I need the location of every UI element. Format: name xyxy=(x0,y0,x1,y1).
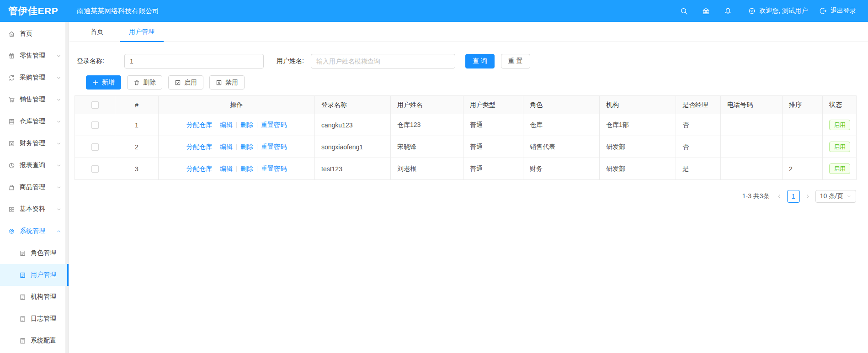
sidebar-item-8[interactable]: 基本资料 xyxy=(0,198,69,220)
row-action-重置密码[interactable]: 重置密码 xyxy=(261,143,287,150)
sidebar-item-label: 财务管理 xyxy=(20,139,45,148)
cell-manager: 否 xyxy=(676,136,721,158)
row-action-删除[interactable]: 删除 xyxy=(240,121,253,128)
sidebar-item-7[interactable]: 商品管理 xyxy=(0,176,69,198)
row-checkbox[interactable] xyxy=(91,143,99,151)
doc-icon xyxy=(19,250,26,257)
bank-icon[interactable] xyxy=(702,7,710,15)
erp-app: 管伊佳ERP 南通某某网络科技有限公司 欢迎您, 测试用户 退出登录 首页零售管… xyxy=(0,0,868,353)
row-checkbox[interactable] xyxy=(91,165,99,173)
bag-icon xyxy=(8,184,15,191)
sidebar-subitem-label: 机构管理 xyxy=(31,293,56,301)
cell-sort: 2 xyxy=(783,158,823,180)
add-button[interactable]: 新增 xyxy=(86,75,121,90)
cell-sort xyxy=(783,136,823,158)
welcome-text: 欢迎您, 测试用户 xyxy=(759,7,808,15)
sidebar-item-2[interactable]: 采购管理 xyxy=(0,67,69,89)
sidebar-subitem-9-0[interactable]: 角色管理 xyxy=(0,242,69,264)
logout-text: 退出登录 xyxy=(831,7,856,15)
bell-icon[interactable] xyxy=(724,7,732,15)
cell-role: 财务 xyxy=(523,158,600,180)
sidebar-item-label: 系统管理 xyxy=(20,227,45,235)
sidebar-subitem-label: 用户管理 xyxy=(31,271,56,279)
sidebar-item-3[interactable]: 销售管理 xyxy=(0,89,69,111)
select-all-checkbox[interactable] xyxy=(91,101,99,109)
sidebar-item-label: 销售管理 xyxy=(20,95,45,104)
row-action-编辑[interactable]: 编辑 xyxy=(220,165,233,172)
enable-button[interactable]: 启用 xyxy=(168,75,203,90)
app-logo: 管伊佳ERP xyxy=(0,5,69,17)
search-icon[interactable] xyxy=(680,7,688,15)
sidebar-item-4[interactable]: 仓库管理 xyxy=(0,111,69,132)
chevron-down-icon xyxy=(56,119,61,124)
column-header-5: 角色 xyxy=(523,96,600,114)
row-action-删除[interactable]: 删除 xyxy=(240,143,253,150)
tab-bar: 首页用户管理 xyxy=(69,22,868,42)
column-header-9: 排序 xyxy=(783,96,823,114)
tab-1[interactable]: 用户管理 xyxy=(120,22,164,42)
row-action-编辑[interactable]: 编辑 xyxy=(220,143,233,150)
cell-actions: 分配仓库编辑删除重置密码 xyxy=(159,136,315,158)
reset-button[interactable]: 重 置 xyxy=(501,54,530,68)
tab-0[interactable]: 首页 xyxy=(81,22,112,42)
company-name: 南通某某网络科技有限公司 xyxy=(77,7,159,16)
cell-login: test123 xyxy=(315,158,391,180)
row-action-重置密码[interactable]: 重置密码 xyxy=(261,165,287,172)
action-separator xyxy=(257,122,257,128)
user-name-input[interactable] xyxy=(311,54,455,68)
doc-icon xyxy=(19,294,26,300)
next-page-button[interactable] xyxy=(804,193,811,200)
toolbar: 新增 删除 启用 禁用 xyxy=(86,75,856,90)
column-header-8: 电话号码 xyxy=(721,96,783,114)
sidebar-subitem-9-4[interactable]: 系统配置 xyxy=(0,330,69,352)
cell-sort xyxy=(783,114,823,136)
cell-status: 启用 xyxy=(823,158,857,180)
row-checkbox[interactable] xyxy=(91,121,99,129)
sidebar-item-6[interactable]: 报表查询 xyxy=(0,154,69,176)
gift-icon xyxy=(8,53,15,59)
row-action-分配仓库[interactable]: 分配仓库 xyxy=(186,143,212,150)
sidebar-subitem-9-2[interactable]: 机构管理 xyxy=(0,286,69,308)
row-action-重置密码[interactable]: 重置密码 xyxy=(261,121,287,128)
chevron-down-icon xyxy=(56,163,61,168)
row-action-删除[interactable]: 删除 xyxy=(240,165,253,172)
sidebar-item-5[interactable]: 财务管理 xyxy=(0,132,69,154)
sidebar-item-1[interactable]: 零售管理 xyxy=(0,45,69,67)
action-separator xyxy=(216,144,216,150)
disable-button[interactable]: 禁用 xyxy=(209,75,245,90)
sync-icon xyxy=(8,74,15,81)
user-menu[interactable]: 欢迎您, 测试用户 xyxy=(748,7,808,15)
logout-button[interactable]: 退出登录 xyxy=(820,7,856,15)
status-badge[interactable]: 启用 xyxy=(829,142,850,152)
sidebar-subitem-label: 系统配置 xyxy=(31,337,56,345)
login-name-input[interactable] xyxy=(124,54,264,68)
sidebar-item-0[interactable]: 首页 xyxy=(0,23,69,45)
cell-type: 普通 xyxy=(463,158,523,180)
sidebar-subitem-label: 角色管理 xyxy=(31,249,56,257)
delete-button[interactable]: 删除 xyxy=(127,75,162,90)
sidebar-subitem-9-3[interactable]: 日志管理 xyxy=(0,308,69,330)
cell-index: 3 xyxy=(115,158,159,180)
row-action-分配仓库[interactable]: 分配仓库 xyxy=(186,165,212,172)
chevron-down-icon xyxy=(56,185,61,190)
chevron-down-icon xyxy=(56,53,61,58)
status-badge[interactable]: 启用 xyxy=(829,120,850,130)
sidebar-subitem-9-1[interactable]: 用户管理 xyxy=(0,264,69,286)
row-action-分配仓库[interactable]: 分配仓库 xyxy=(186,121,212,128)
sidebar-item-9[interactable]: 系统管理 xyxy=(0,220,69,242)
page-size-select[interactable]: 10 条/页 xyxy=(815,190,856,203)
column-header-3: 用户姓名 xyxy=(391,96,463,114)
row-checkbox-cell xyxy=(75,114,115,136)
page-button-1[interactable]: 1 xyxy=(787,190,800,203)
user-table: #操作登录名称用户姓名用户类型角色机构是否经理电话号码排序状态 1分配仓库编辑删… xyxy=(75,95,857,180)
sidebar-subitem-label: 日志管理 xyxy=(31,315,56,323)
row-checkbox-cell xyxy=(75,136,115,158)
tab-label: 首页 xyxy=(91,28,103,36)
content: 登录名称: 用户姓名: 查 询 重 置 新增 删除 启用 xyxy=(69,42,868,203)
search-button[interactable]: 查 询 xyxy=(465,54,495,68)
prev-page-button[interactable] xyxy=(776,193,783,200)
cell-role: 销售代表 xyxy=(523,136,600,158)
row-action-编辑[interactable]: 编辑 xyxy=(220,121,233,128)
status-badge[interactable]: 启用 xyxy=(829,163,850,174)
column-header-7: 是否经理 xyxy=(676,96,721,114)
